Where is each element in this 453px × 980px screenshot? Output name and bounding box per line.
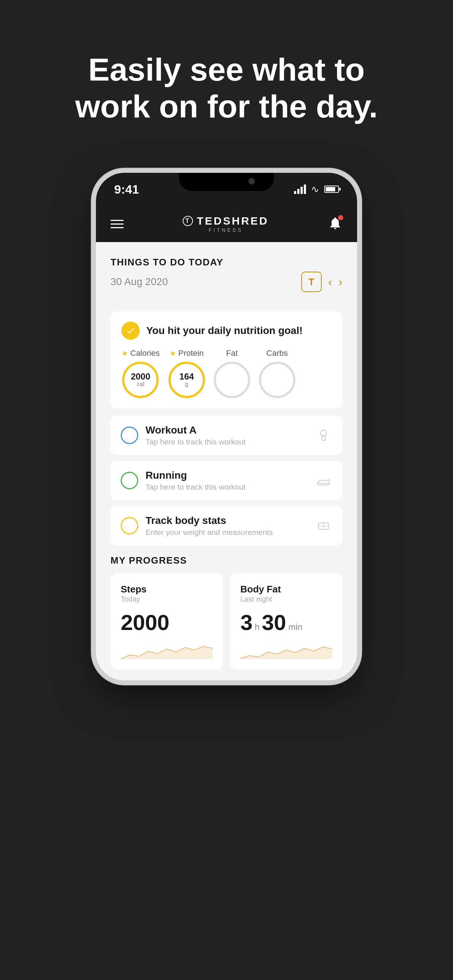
notch bbox=[179, 173, 274, 191]
nutrition-macros: ★ Calories 2000 cal ★ Protein bbox=[121, 348, 332, 398]
macro-protein: ★ Protein 164 g bbox=[169, 348, 205, 398]
task-checkbox-body[interactable] bbox=[121, 517, 138, 535]
macro-protein-label: ★ Protein bbox=[170, 348, 204, 358]
logo-t-icon: T bbox=[183, 216, 193, 226]
task-running[interactable]: Running Tap here to track this workout bbox=[110, 461, 343, 500]
front-camera bbox=[248, 178, 255, 185]
bodyfat-sublabel: Last night bbox=[240, 595, 332, 603]
next-day-button[interactable]: › bbox=[338, 275, 343, 289]
svg-rect-1 bbox=[322, 436, 325, 441]
prev-day-button[interactable]: ‹ bbox=[328, 275, 332, 289]
bodyfat-label: Body Fat bbox=[240, 584, 332, 595]
svg-point-0 bbox=[321, 430, 327, 436]
status-icons: ∿ bbox=[294, 184, 339, 195]
task-checkbox-workout[interactable] bbox=[121, 426, 138, 444]
logo-title: T TEDSHRED bbox=[183, 215, 268, 227]
scale-icon bbox=[315, 517, 332, 535]
progress-section: MY PROGRESS Steps Today 2000 bbox=[110, 551, 343, 670]
battery-icon bbox=[324, 186, 339, 193]
divider bbox=[110, 301, 343, 301]
task-name-body: Track body stats bbox=[145, 515, 308, 527]
app-logo: T TEDSHRED FITNESS bbox=[183, 215, 268, 233]
status-time: 9:41 bbox=[114, 182, 139, 197]
date-row: 30 Aug 2020 T ‹ › bbox=[110, 272, 343, 292]
section-title: THINGS TO DO TODAY bbox=[110, 257, 343, 268]
task-body-stats[interactable]: Track body stats Enter your weight and m… bbox=[110, 506, 343, 546]
phone-frame: 9:41 ∿ T TED bbox=[91, 169, 362, 685]
current-date: 30 Aug 2020 bbox=[110, 276, 168, 288]
steps-label: Steps bbox=[121, 584, 213, 595]
date-navigation: T ‹ › bbox=[301, 272, 343, 292]
task-text-workout: Workout A Tap here to track this workout bbox=[145, 425, 308, 446]
macro-calories-circle: 2000 cal bbox=[122, 362, 159, 398]
menu-button[interactable] bbox=[110, 220, 124, 228]
macro-fat: Fat bbox=[214, 348, 250, 398]
steps-chart bbox=[121, 641, 213, 659]
steps-card: Steps Today 2000 bbox=[110, 573, 223, 670]
task-text-body: Track body stats Enter your weight and m… bbox=[145, 515, 308, 537]
bell-button[interactable] bbox=[328, 216, 343, 232]
nutrition-check-icon bbox=[121, 321, 140, 340]
task-sub-body: Enter your weight and measurements bbox=[145, 528, 308, 537]
task-name-workout: Workout A bbox=[145, 425, 308, 436]
task-checkbox-running[interactable] bbox=[121, 472, 138, 489]
star-icon: ★ bbox=[170, 349, 176, 358]
today-button[interactable]: T bbox=[301, 272, 322, 292]
macro-carbs: Carbs bbox=[259, 348, 295, 398]
macro-calories-label: ★ Calories bbox=[121, 348, 160, 358]
status-bar: 9:41 ∿ bbox=[96, 173, 357, 205]
kettlebell-icon bbox=[315, 426, 332, 444]
task-sub-running: Tap here to track this workout bbox=[145, 483, 308, 492]
bodyfat-hours-unit: h bbox=[255, 622, 259, 632]
macro-protein-circle: 164 g bbox=[169, 362, 205, 398]
nutrition-header: You hit your daily nutrition goal! bbox=[121, 321, 332, 340]
macro-carbs-label: Carbs bbox=[266, 348, 288, 358]
nutrition-title: You hit your daily nutrition goal! bbox=[146, 325, 303, 337]
macro-calories: ★ Calories 2000 cal bbox=[121, 348, 160, 398]
shoe-icon bbox=[315, 472, 332, 489]
phone-mockup: 9:41 ∿ T TED bbox=[0, 154, 453, 706]
app-content: THINGS TO DO TODAY 30 Aug 2020 T ‹ › You… bbox=[96, 242, 357, 680]
logo-subtitle: FITNESS bbox=[209, 227, 243, 233]
hero-tagline: Easily see what to work on for the day. bbox=[26, 0, 427, 154]
progress-cards: Steps Today 2000 Body Fat La bbox=[110, 573, 343, 670]
star-icon: ★ bbox=[121, 349, 128, 358]
task-sub-workout: Tap here to track this workout bbox=[145, 438, 308, 446]
signal-icon bbox=[294, 185, 306, 194]
macro-fat-label: Fat bbox=[226, 348, 238, 358]
bodyfat-chart bbox=[240, 641, 332, 659]
bodyfat-card: Body Fat Last night 3 h 30 min bbox=[230, 573, 343, 670]
steps-sublabel: Today bbox=[121, 595, 213, 603]
bodyfat-minutes: 30 bbox=[262, 610, 286, 635]
macro-fat-circle bbox=[214, 362, 250, 398]
steps-value: 2000 bbox=[121, 610, 213, 635]
wifi-icon: ∿ bbox=[311, 184, 319, 195]
bodyfat-hours: 3 bbox=[240, 610, 252, 635]
task-workout-a[interactable]: Workout A Tap here to track this workout bbox=[110, 415, 343, 455]
app-header: T TEDSHRED FITNESS bbox=[96, 205, 357, 242]
progress-title: MY PROGRESS bbox=[110, 555, 343, 566]
nutrition-card: You hit your daily nutrition goal! ★ Cal… bbox=[110, 311, 343, 408]
bodyfat-value-group: 3 h 30 min bbox=[240, 610, 332, 635]
task-text-running: Running Tap here to track this workout bbox=[145, 469, 308, 492]
svg-marker-5 bbox=[121, 646, 213, 659]
macro-carbs-circle bbox=[259, 362, 295, 398]
task-name-running: Running bbox=[145, 469, 308, 481]
bodyfat-minutes-unit: min bbox=[288, 622, 302, 632]
